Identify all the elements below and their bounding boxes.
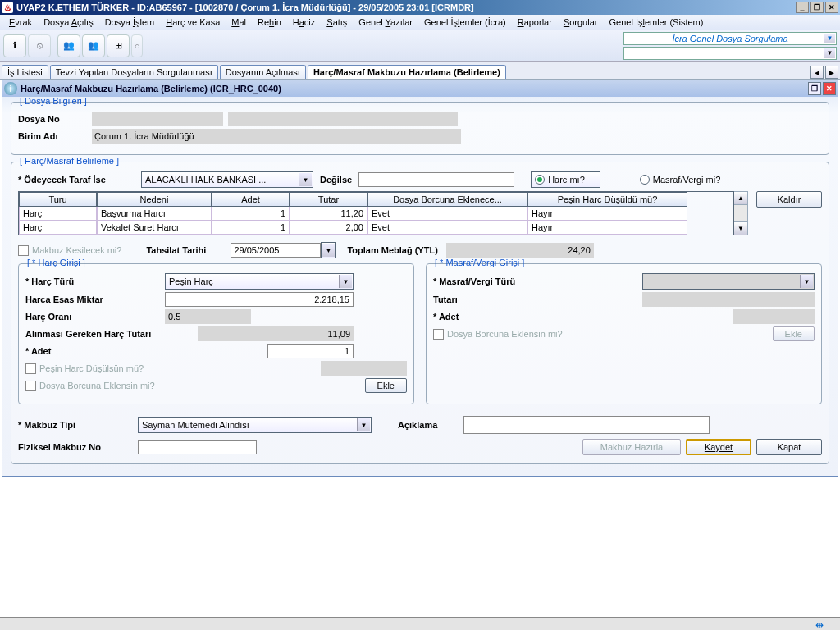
table-cell: 11,20 (290, 207, 368, 221)
select-harc-turu[interactable]: Peşin Harç▼ (165, 273, 354, 290)
restore-button[interactable]: ❐ (810, 2, 824, 13)
table-row[interactable]: HarçVekalet Suret Harcı12,00EvetHayır (19, 221, 733, 235)
group-harc-girisi: [ * Harç Girişi ] * Harç Türü Peşin Harç… (18, 263, 414, 404)
button-kapat[interactable]: Kapat (756, 439, 822, 455)
toolbar-users2-button[interactable]: 👥 (82, 34, 105, 57)
checkbox-pesin-dusulsun[interactable] (25, 363, 36, 374)
button-makbuz-hazirla[interactable]: Makbuz Hazırla (582, 439, 681, 455)
label-tahsilat-tarihi: Tahsilat Tarihi (146, 245, 206, 255)
input-degilse[interactable] (358, 172, 514, 187)
toolbar: ℹ ⦸ 👥 👥 ⊞ ○ İcra Genel Dosya Sorgulama▼ … (0, 30, 840, 62)
menu-item-12[interactable]: Genel İşlemler (Sistem) (603, 16, 709, 29)
table-scrollbar[interactable]: ▲▼ (734, 191, 748, 235)
column-header-0[interactable]: Turu (19, 192, 97, 207)
input-aciklama[interactable] (463, 416, 710, 434)
select-odeyecek-taraf[interactable]: ALACAKLI HALK BANKASI ...▼ (141, 171, 313, 188)
tab-1[interactable]: Tevzi Yapılan Dosyaların Sorgulanması (50, 65, 218, 79)
select-masraf-turu[interactable]: ▼ (642, 273, 815, 290)
input-harc-adet[interactable] (267, 344, 354, 358)
toolbar-info-button[interactable]: ℹ (3, 34, 26, 57)
menu-item-10[interactable]: Raporlar (512, 16, 558, 29)
subwindow-titlebar: i Harç/Masraf Makbuzu Hazırlama (Belirle… (2, 80, 838, 97)
menu-item-5[interactable]: Rehin (252, 16, 287, 29)
tab-0[interactable]: İş Listesi (2, 65, 48, 79)
table-cell: 2,00 (290, 221, 368, 235)
column-header-2[interactable]: Adet (212, 192, 290, 207)
window-titlebar: ♨ UYAP2 K.ETHEM TÜRKER - ID:AB65967 - [1… (0, 0, 840, 15)
button-kaldir[interactable]: Kaldır (756, 191, 822, 208)
checkbox-dosya-borcuna-h[interactable] (25, 381, 36, 391)
toolbar-stop-button[interactable]: ⦸ (28, 34, 51, 57)
menu-item-3[interactable]: Harç ve Kasa (160, 16, 226, 29)
menu-item-2[interactable]: Dosya İşlem (99, 16, 161, 29)
column-header-1[interactable]: Nedeni (97, 192, 212, 207)
toolbar-calc-button[interactable]: ⊞ (107, 34, 130, 57)
button-masraf-ekle[interactable]: Ekle (773, 326, 815, 341)
tab-3[interactable]: Harç/Masraf Makbuzu Hazırlama (Belirleme… (308, 65, 506, 79)
legend-masraf-girisi: [ * Masraf/Vergi Girişi ] (433, 258, 526, 267)
top-search-select[interactable]: ▼ (623, 47, 837, 60)
label-masraf-tutari: Tutarı (433, 294, 556, 304)
top-search-label[interactable]: İcra Genel Dosya Sorgulama▼ (623, 32, 837, 45)
column-header-4[interactable]: Dosya Borcuna Eklenece... (368, 192, 527, 207)
tab-bar: İş ListesiTevzi Yapılan Dosyaların Sorgu… (0, 62, 840, 80)
label-dosya-no: Dosya No (18, 114, 92, 124)
input-harca-esas[interactable] (165, 292, 354, 307)
tab-2[interactable]: Dosyanın Açılması (220, 65, 306, 79)
input-fiziksel-makbuz[interactable] (138, 440, 257, 454)
menu-item-1[interactable]: Dosya Açılış (38, 16, 99, 29)
field-masraf-tutari (642, 292, 815, 307)
menu-item-7[interactable]: Satış (321, 16, 353, 29)
menu-item-11[interactable]: Sorgular (558, 16, 604, 29)
menu-item-6[interactable]: Haciz (287, 16, 322, 29)
sub-close-button[interactable]: ✕ (823, 82, 836, 95)
button-harc-ekle[interactable]: Ekle (365, 378, 407, 393)
menu-item-9[interactable]: Genel İşlemler (İcra) (418, 16, 512, 29)
column-header-5[interactable]: Peşin Harc Düşüldü mü? (527, 192, 687, 207)
column-header-3[interactable]: Tutar (290, 192, 368, 207)
tab-next-button[interactable]: ► (825, 66, 838, 79)
sub-restore-button[interactable]: ❐ (808, 82, 821, 95)
info-icon: i (4, 82, 17, 95)
menu-item-0[interactable]: Evrak (3, 16, 38, 29)
table-cell: Vekalet Suret Harcı (97, 221, 212, 235)
table-cell: Evet (368, 207, 527, 221)
group-belirleme: [ Harç/Masraf Belirleme ] * Ödeyecek Tar… (11, 162, 829, 464)
checkbox-dosya-borcuna-m[interactable] (433, 329, 444, 340)
radio-harc-mi[interactable]: Harc mı? (531, 171, 600, 188)
status-bar: ⇹ (0, 617, 840, 630)
table-cell: Evet (368, 221, 527, 235)
checkbox-makbuz-kesilecek[interactable] (18, 245, 29, 256)
java-icon: ♨ (2, 2, 13, 13)
input-tahsilat-tarihi[interactable]: 29/05/2005 (231, 243, 321, 258)
label-aciklama: Açıklama (398, 420, 437, 430)
window-title: UYAP2 K.ETHEM TÜRKER - ID:AB65967 - [100… (16, 2, 474, 12)
table-cell: Hayır (527, 221, 687, 235)
table-row[interactable]: HarçBaşvurma Harcı111,20EvetHayır (19, 207, 733, 221)
tab-prev-button[interactable]: ◄ (810, 66, 824, 79)
select-makbuz-tipi[interactable]: Sayman Mutemedi Alındısı▼ (138, 417, 372, 433)
button-kaydet[interactable]: Kaydet (686, 439, 751, 455)
subwindow-title: Harç/Masraf Makbuzu Hazırlama (Belirleme… (21, 84, 281, 94)
resize-grip-icon: ⇹ (815, 619, 824, 630)
toolbar-dot-button[interactable]: ○ (131, 34, 143, 57)
radio-masraf-mi[interactable]: Masraf/Vergi mi? (640, 175, 721, 185)
label-makbuz-tipi: * Makbuz Tipi (18, 420, 133, 430)
label-odeyecek: * Ödeyecek Taraf İse (18, 175, 141, 185)
table-cell: Harç (19, 221, 97, 235)
label-degilse: Değilse (320, 175, 352, 185)
menu-item-4[interactable]: Mal (226, 16, 252, 29)
datepicker-button[interactable]: ▼ (321, 242, 336, 258)
menu-item-8[interactable]: Genel Yazılar (353, 16, 418, 29)
field-masraf-adet (733, 309, 815, 324)
label-birim-adi: Birim Adı (18, 131, 92, 141)
minimize-button[interactable]: _ (796, 2, 809, 13)
toolbar-users-button[interactable]: 👥 (57, 34, 80, 57)
label-pesin-dusulsun: Peşin Harc Düşülsün mü? (39, 363, 144, 373)
legend-dosya: [ Dosya Bilgileri ] (18, 96, 89, 106)
label-harca-esas: Harca Esas Miktar (25, 294, 165, 304)
label-harc-adet: * Adet (25, 346, 165, 356)
close-button[interactable]: ✕ (825, 2, 838, 13)
input-birim-adi (92, 129, 461, 144)
label-dosya-borcuna-m: Dosya Borcuna Eklensin mi? (447, 329, 563, 339)
